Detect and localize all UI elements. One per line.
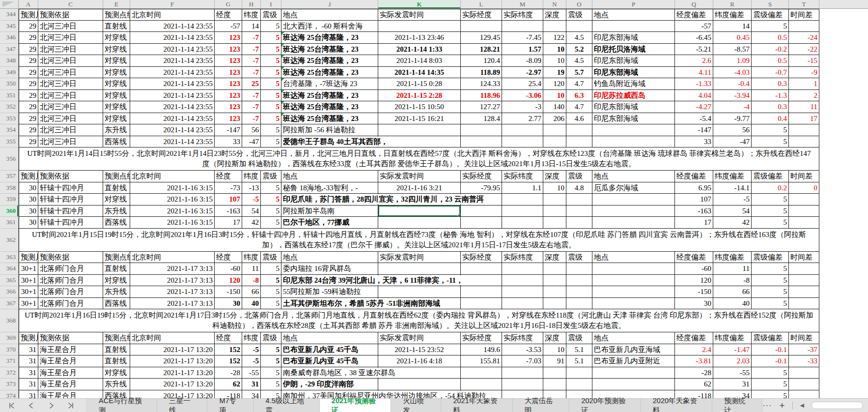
- cell-F364[interactable]: 2021-1-17 3:13: [130, 263, 215, 275]
- cell-A374[interactable]: 31: [19, 390, 38, 399]
- cell-Q366[interactable]: -150: [675, 286, 713, 298]
- cell-N367[interactable]: [543, 298, 566, 310]
- cell-H369[interactable]: 纬度: [242, 332, 261, 344]
- cell-Q350[interactable]: -1.33: [675, 78, 713, 90]
- cell-G365[interactable]: 120: [215, 275, 242, 287]
- cell-R346[interactable]: 0.45: [713, 32, 752, 44]
- cell-E367[interactable]: 西落线: [103, 298, 130, 310]
- note-cell-362[interactable]: UT时间2021年1月15日19时15分，北京时间2021年1月16日3时15分…: [19, 229, 819, 252]
- cell-N372[interactable]: [543, 367, 566, 379]
- cell-S361[interactable]: 5: [752, 217, 789, 229]
- col-header-E[interactable]: E: [103, 0, 130, 8]
- cell-O346[interactable]: 4.5: [566, 32, 592, 44]
- cell-T363[interactable]: 时间差: [789, 252, 819, 264]
- cell-C347[interactable]: 北河三冲日: [38, 44, 103, 56]
- cell-C352[interactable]: 北河三冲日: [38, 101, 103, 113]
- cell-J355[interactable]: 爱德华王子群岛 40土耳其西部，: [281, 136, 378, 148]
- cell-A373[interactable]: 31: [19, 379, 38, 390]
- cell-A369[interactable]: 预测月: [19, 332, 38, 344]
- cell-T374[interactable]: [789, 390, 819, 399]
- cell-G366[interactable]: -150: [215, 286, 242, 298]
- cell-M363[interactable]: 实际纬度: [502, 252, 543, 264]
- cell-S372[interactable]: 5: [752, 367, 789, 379]
- row-header-352[interactable]: 352: [0, 101, 19, 113]
- cell-F370[interactable]: 2021-1-17 13:20: [130, 344, 215, 356]
- cell-H360[interactable]: 54: [242, 206, 261, 217]
- cell-S350[interactable]: 0.3: [752, 78, 789, 90]
- cell-C354[interactable]: 北河三冲日: [38, 124, 103, 136]
- cell-R352[interactable]: -4: [713, 101, 752, 113]
- cell-I359[interactable]: 5: [261, 194, 281, 206]
- cell-H355[interactable]: -47: [242, 136, 261, 148]
- cell-T344[interactable]: 时间差: [789, 9, 819, 21]
- cell-M364[interactable]: [502, 263, 543, 275]
- cell-M359[interactable]: [502, 194, 543, 206]
- cell-E355[interactable]: 西落线: [103, 136, 130, 148]
- row-header-350[interactable]: 350: [0, 78, 19, 90]
- col-header-M[interactable]: M: [502, 0, 543, 8]
- cell-S363[interactable]: 震级偏差: [752, 252, 789, 264]
- row-header-344[interactable]: 344: [0, 9, 19, 21]
- cell-I345[interactable]: 5: [261, 21, 281, 32]
- cell-H363[interactable]: 纬度: [242, 252, 261, 264]
- cell-F371[interactable]: 2021-1-17 13:20: [130, 355, 215, 367]
- cell-K345[interactable]: [378, 21, 461, 32]
- cell-C370[interactable]: 海王星合月: [38, 344, 103, 356]
- cell-A370[interactable]: 31: [19, 344, 38, 356]
- cell-Q357[interactable]: 经度偏差: [675, 171, 713, 182]
- cell-A347[interactable]: 29: [19, 44, 38, 56]
- cell-E358[interactable]: 直射线: [103, 182, 130, 194]
- cell-T370[interactable]: -37: [789, 344, 819, 356]
- cell-R344[interactable]: 纬度偏差: [713, 9, 752, 21]
- cell-N361[interactable]: [543, 217, 566, 229]
- cell-P344[interactable]: 地点: [592, 9, 675, 21]
- cell-L349[interactable]: 118.89: [461, 67, 502, 79]
- cell-R347[interactable]: -8.57: [713, 44, 752, 56]
- sheet-tab-1[interactable]: ACE与行星预测: [87, 399, 157, 412]
- select-all-corner[interactable]: [0, 0, 19, 8]
- cell-E359[interactable]: 对穿线: [103, 194, 130, 206]
- cell-T352[interactable]: 11: [789, 101, 819, 113]
- cell-E353[interactable]: 对穿线: [103, 113, 130, 125]
- cell-L344[interactable]: 实际经度: [461, 9, 502, 21]
- cell-N346[interactable]: 122: [543, 32, 566, 44]
- cell-F367[interactable]: 2021-1-17 3:13: [130, 298, 215, 310]
- cell-G353[interactable]: 123: [215, 113, 242, 125]
- cell-R349[interactable]: -4.03: [713, 67, 752, 79]
- cell-Q370[interactable]: 2.4: [675, 344, 713, 356]
- cell-M347[interactable]: 1.57: [502, 44, 543, 56]
- cell-T347[interactable]: -22: [789, 44, 819, 56]
- col-header-F[interactable]: F: [130, 0, 215, 8]
- cell-K350[interactable]: 2021-1-15 0:28: [378, 78, 461, 90]
- cell-S344[interactable]: 震级偏差: [752, 9, 789, 21]
- cell-F359[interactable]: 2021-1-16 3:15: [130, 194, 215, 206]
- cell-S365[interactable]: 5: [752, 275, 789, 287]
- add-sheet-button[interactable]: +: [779, 401, 784, 410]
- cell-P361[interactable]: [592, 217, 675, 229]
- cell-L364[interactable]: [461, 263, 502, 275]
- cell-T358[interactable]: 0: [789, 182, 819, 194]
- cell-M349[interactable]: -2.97: [502, 67, 543, 79]
- cell-G347[interactable]: 123: [215, 44, 242, 56]
- cell-I371[interactable]: 5: [261, 355, 281, 367]
- cell-N357[interactable]: 深度: [543, 171, 566, 182]
- cell-P363[interactable]: 地点: [592, 252, 675, 264]
- cell-K371[interactable]: 2021-1-16 4:18: [378, 355, 461, 367]
- cell-H351[interactable]: -7: [242, 90, 261, 102]
- cell-H374[interactable]: 34: [242, 390, 261, 399]
- cell-S374[interactable]: 5: [752, 390, 789, 399]
- cell-P365[interactable]: [592, 275, 675, 287]
- cell-I372[interactable]: 5: [261, 367, 281, 379]
- cell-E372[interactable]: 对穿线: [103, 367, 130, 379]
- cell-H370[interactable]: -5: [242, 344, 261, 356]
- hscroll-thumb[interactable]: [812, 402, 863, 409]
- cell-C353[interactable]: 北河三冲日: [38, 113, 103, 125]
- cell-R355[interactable]: -47: [713, 136, 752, 148]
- cell-G359[interactable]: 107: [215, 194, 242, 206]
- sheet-tab-7[interactable]: 2021年天象资料: [441, 399, 512, 412]
- cell-E364[interactable]: 直射线: [103, 263, 130, 275]
- cell-H361[interactable]: 42: [242, 217, 261, 229]
- cell-L361[interactable]: [461, 217, 502, 229]
- cell-Q369[interactable]: 经度偏差: [675, 332, 713, 344]
- cell-Q358[interactable]: 6.95: [675, 182, 713, 194]
